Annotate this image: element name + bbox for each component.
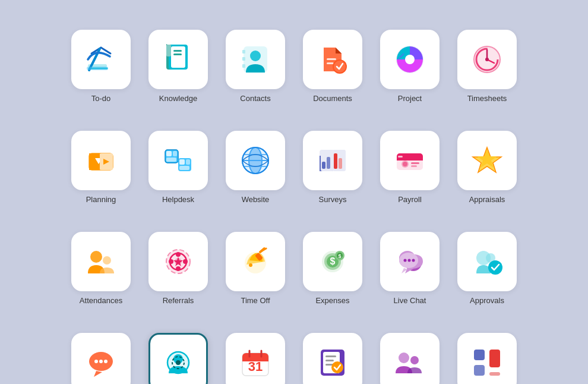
app-icon-website: [226, 131, 285, 190]
app-icon-employees: [380, 333, 440, 384]
app-icon-livechat: [380, 232, 440, 291]
svg-point-84: [176, 266, 181, 271]
app-item-approvals[interactable]: Approvals: [451, 214, 523, 309]
svg-point-25: [485, 58, 489, 61]
app-label-project: Project: [398, 94, 422, 103]
svg-rect-40: [173, 151, 177, 156]
app-item-attendances[interactable]: Attendances: [65, 214, 137, 309]
app-icon-dashboards: [457, 333, 517, 384]
svg-rect-63: [327, 157, 330, 169]
app-item-recruitment[interactable]: Recruitment: [143, 315, 214, 384]
app-icon-referrals: [148, 232, 208, 291]
app-item-timesheets[interactable]: Timesheets: [451, 12, 523, 107]
app-item-payroll[interactable]: Payroll: [374, 113, 445, 208]
app-item-website[interactable]: Website: [220, 113, 291, 208]
svg-rect-64: [334, 153, 337, 169]
app-icon-recruitment: [148, 333, 208, 384]
app-icon-surveys: [303, 131, 362, 190]
svg-rect-71: [411, 162, 419, 164]
app-icon-documents: [303, 30, 362, 89]
app-item-knowledge[interactable]: Knowledge: [143, 12, 214, 107]
app-label-planning: Planning: [86, 195, 116, 204]
app-icon-discuss: [71, 333, 131, 384]
svg-rect-45: [179, 166, 189, 170]
app-label-payroll: Payroll: [398, 195, 422, 204]
app-item-calendar[interactable]: 31 Calendar: [220, 315, 291, 384]
svg-text:$: $: [338, 253, 341, 259]
app-icon-calendar: 31: [226, 333, 285, 384]
app-icon-contacts: [226, 30, 285, 89]
svg-point-83: [176, 252, 181, 257]
app-item-referrals[interactable]: Referrals: [143, 214, 214, 309]
svg-point-77: [90, 251, 102, 263]
svg-point-104: [408, 259, 411, 262]
svg-point-9: [250, 51, 261, 61]
app-label-timesheets: Timesheets: [467, 94, 507, 103]
app-grid: To-do Knowledge Contacts Documents: [53, 0, 535, 384]
app-item-employees[interactable]: Employees: [374, 315, 445, 384]
svg-point-129: [331, 361, 343, 373]
app-item-planning[interactable]: Planning: [65, 113, 137, 208]
app-icon-attendances: [71, 232, 131, 291]
svg-rect-134: [489, 350, 500, 367]
app-label-surveys: Surveys: [319, 195, 347, 204]
svg-rect-39: [166, 151, 172, 156]
svg-rect-132: [474, 350, 485, 360]
svg-rect-73: [398, 156, 403, 158]
app-label-todo: To-do: [91, 94, 111, 103]
app-item-expenses[interactable]: $ $ Expenses: [297, 214, 368, 309]
app-label-livechat: Live Chat: [394, 296, 426, 306]
svg-point-117: [176, 360, 181, 365]
app-label-knowledge: Knowledge: [159, 94, 197, 103]
app-item-livechat[interactable]: Live Chat: [374, 214, 445, 309]
app-icon-appraisals: [457, 131, 517, 190]
svg-point-130: [399, 352, 409, 363]
svg-text:$: $: [330, 256, 336, 266]
app-icon-project: [380, 30, 440, 89]
svg-point-70: [403, 162, 407, 166]
app-icon-docusign: [303, 333, 362, 384]
svg-rect-13: [327, 58, 336, 60]
app-item-project[interactable]: Project: [374, 12, 445, 107]
svg-rect-62: [322, 162, 325, 169]
app-item-documents[interactable]: Documents: [297, 12, 368, 107]
app-item-surveys[interactable]: Surveys: [297, 113, 368, 208]
app-icon-todo: [71, 30, 131, 89]
app-icon-approvals: [457, 232, 517, 291]
app-icon-timesheets: [457, 30, 517, 89]
svg-point-103: [404, 259, 407, 262]
app-icon-helpdesk: [148, 131, 208, 190]
svg-point-112: [104, 360, 108, 363]
svg-point-19: [405, 55, 415, 64]
svg-rect-72: [411, 165, 417, 167]
app-item-contacts[interactable]: Contacts: [220, 12, 291, 107]
app-label-approvals: Approvals: [470, 296, 504, 306]
app-item-docusign[interactable]: DocuSign: [297, 315, 368, 384]
svg-point-78: [103, 256, 111, 265]
svg-point-85: [183, 259, 188, 264]
app-item-appraisals[interactable]: Appraisals: [451, 113, 523, 208]
svg-rect-4: [171, 46, 185, 68]
svg-point-110: [94, 360, 98, 363]
app-label-documents: Documents: [313, 94, 352, 103]
svg-rect-135: [489, 372, 500, 376]
svg-rect-12: [242, 64, 245, 68]
app-item-helpdesk[interactable]: Helpdesk: [143, 113, 214, 208]
svg-point-105: [412, 259, 415, 262]
app-item-timeoff[interactable]: Time Off: [220, 214, 291, 309]
app-item-discuss[interactable]: Discuss: [65, 315, 137, 384]
app-icon-payroll: [380, 131, 440, 190]
svg-rect-14: [327, 62, 334, 64]
svg-point-86: [169, 259, 173, 264]
svg-text:31: 31: [248, 359, 263, 374]
svg-rect-1: [87, 67, 108, 70]
svg-rect-5: [173, 50, 182, 52]
svg-rect-43: [179, 159, 185, 165]
svg-rect-44: [186, 159, 190, 165]
app-label-timeoff: Time Off: [241, 296, 270, 306]
svg-rect-11: [242, 57, 245, 61]
app-item-todo[interactable]: To-do: [65, 12, 137, 107]
app-label-appraisals: Appraisals: [469, 195, 505, 204]
svg-rect-41: [166, 158, 176, 162]
app-item-dashboards[interactable]: Dashboards: [451, 315, 523, 384]
